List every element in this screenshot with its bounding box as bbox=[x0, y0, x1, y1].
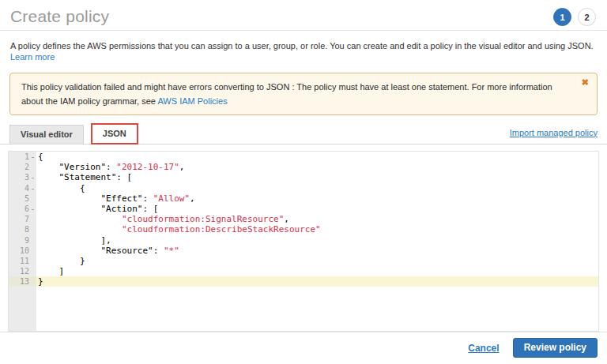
code-text[interactable]: "Action": [ bbox=[36, 204, 598, 214]
cancel-button[interactable]: Cancel bbox=[468, 343, 499, 354]
code-text[interactable]: ] bbox=[36, 266, 598, 276]
aws-iam-policies-link[interactable]: AWS IAM Policies bbox=[157, 96, 227, 106]
line-number: 7 bbox=[9, 214, 36, 224]
code-text[interactable]: { bbox=[36, 152, 598, 162]
code-line[interactable]: 12 ] bbox=[9, 266, 598, 276]
learn-more-link[interactable]: Learn more bbox=[10, 52, 55, 62]
code-text[interactable]: "Resource": "*" bbox=[36, 246, 598, 256]
json-code-editor[interactable]: 1-{2 "Version": "2012-10-17",3- "Stateme… bbox=[8, 151, 599, 332]
code-text[interactable]: "cloudformation:SignalResource", bbox=[36, 214, 598, 224]
code-line[interactable]: 1-{ bbox=[9, 152, 598, 162]
code-text[interactable]: "cloudformation:DescribeStackResource" bbox=[36, 224, 598, 235]
fold-toggle-icon[interactable]: - bbox=[29, 172, 36, 182]
intro-description: A policy defines the AWS permissions tha… bbox=[10, 41, 594, 51]
code-line[interactable]: 8 "cloudformation:DescribeStackResource" bbox=[9, 224, 598, 235]
code-line[interactable]: 7 "cloudformation:SignalResource", bbox=[9, 214, 598, 224]
code-text[interactable]: { bbox=[36, 183, 598, 193]
code-line[interactable]: 9 ], bbox=[9, 235, 598, 246]
code-lines: 1-{2 "Version": "2012-10-17",3- "Stateme… bbox=[9, 152, 598, 287]
line-number: 1- bbox=[9, 152, 36, 162]
page-header: Create policy 1 2 bbox=[0, 0, 607, 31]
review-policy-button[interactable]: Review policy bbox=[513, 338, 598, 358]
tab-visual-editor[interactable]: Visual editor bbox=[9, 125, 84, 144]
code-line[interactable]: 2 "Version": "2012-10-17", bbox=[9, 162, 598, 172]
line-number: 10 bbox=[9, 246, 36, 256]
code-line[interactable]: 6- "Action": [ bbox=[9, 204, 598, 214]
code-line[interactable]: 13} bbox=[9, 276, 598, 287]
fold-toggle-icon[interactable]: - bbox=[29, 183, 36, 193]
step-1-badge: 1 bbox=[553, 8, 571, 26]
code-text[interactable]: "Version": "2012-10-17", bbox=[36, 162, 598, 172]
code-text[interactable]: ], bbox=[36, 235, 598, 246]
close-icon[interactable]: ✖ bbox=[582, 77, 589, 87]
line-number: 3- bbox=[9, 172, 36, 182]
code-line[interactable]: 5 "Effect": "Allow", bbox=[9, 193, 598, 204]
import-managed-policy-link[interactable]: Import managed policy bbox=[510, 128, 598, 141]
line-number: 12 bbox=[9, 266, 36, 276]
step-indicator: 1 2 bbox=[553, 7, 596, 26]
line-number: 5 bbox=[9, 193, 36, 204]
code-text[interactable]: "Effect": "Allow", bbox=[36, 193, 598, 204]
validation-alert: This policy validation failed and might … bbox=[9, 73, 598, 115]
code-line[interactable]: 11 } bbox=[9, 256, 598, 266]
code-text[interactable]: } bbox=[36, 276, 598, 287]
line-number: 6- bbox=[9, 204, 36, 214]
line-number: 11 bbox=[9, 256, 36, 266]
footer-bar: Cancel Review policy bbox=[0, 332, 607, 364]
line-number: 13 bbox=[9, 276, 36, 287]
code-text[interactable]: } bbox=[36, 256, 598, 266]
code-line[interactable]: 10 "Resource": "*" bbox=[9, 246, 598, 256]
code-line[interactable]: 4- { bbox=[9, 183, 598, 193]
alert-message: This policy validation failed and might … bbox=[21, 82, 552, 106]
line-number: 2 bbox=[9, 162, 36, 172]
tab-json[interactable]: JSON bbox=[91, 123, 138, 144]
line-number: 4- bbox=[9, 183, 36, 193]
fold-toggle-icon[interactable]: - bbox=[29, 204, 36, 214]
line-number: 9 bbox=[9, 235, 36, 246]
page-title: Create policy bbox=[10, 7, 109, 26]
line-number: 8 bbox=[9, 224, 36, 235]
code-text[interactable]: "Statement": [ bbox=[36, 172, 598, 182]
fold-toggle-icon[interactable]: - bbox=[29, 152, 36, 162]
code-line[interactable]: 3- "Statement": [ bbox=[9, 172, 598, 182]
editor-tabs: Visual editor JSON Import managed policy bbox=[0, 124, 607, 144]
step-2-badge: 2 bbox=[578, 8, 596, 26]
intro-text: A policy defines the AWS permissions tha… bbox=[0, 31, 607, 62]
